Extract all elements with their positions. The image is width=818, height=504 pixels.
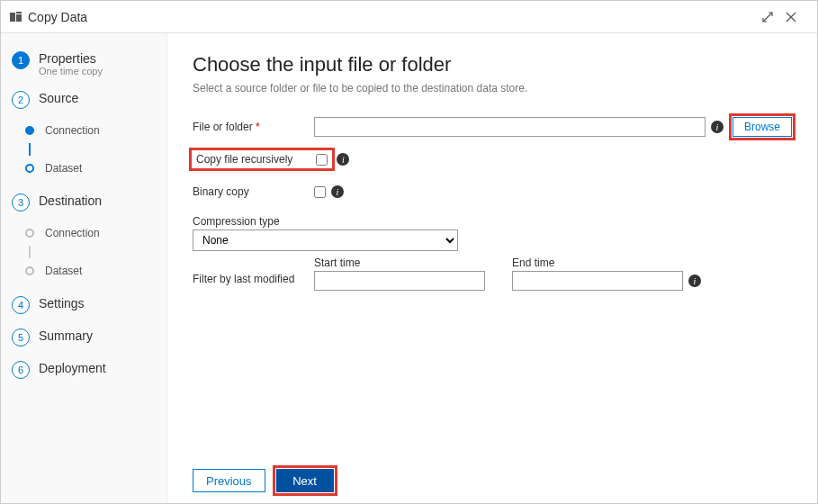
compression-type-select[interactable]: None	[193, 230, 458, 251]
substep-destination-dataset[interactable]: Dataset	[21, 258, 157, 284]
step-number: 3	[12, 194, 30, 212]
source-substeps: Connection Dataset	[21, 118, 157, 181]
page-subtitle: Select a source folder or file to be cop…	[193, 82, 792, 94]
wizard-footer: Previous Next	[193, 458, 792, 492]
destination-substeps: Connection Dataset	[21, 220, 157, 284]
binary-copy-label: Binary copy	[193, 185, 314, 198]
substep-dot-icon	[25, 266, 34, 275]
step-number: 1	[12, 51, 30, 69]
substep-connector	[29, 246, 31, 258]
required-marker: *	[256, 121, 260, 133]
step-destination[interactable]: 3 Destination	[12, 194, 157, 212]
step-source[interactable]: 2 Source	[12, 91, 157, 109]
file-or-folder-row: File or folder * i Browse	[193, 114, 792, 140]
step-properties[interactable]: 1 Properties One time copy	[12, 51, 157, 76]
filter-modified-label: Filter by last modified	[193, 273, 314, 285]
app-icon	[10, 12, 22, 22]
end-time-label: End time	[512, 256, 701, 269]
step-label: Destination	[39, 194, 102, 208]
previous-button[interactable]: Previous	[193, 469, 265, 492]
step-label: Source	[39, 91, 78, 105]
copy-recursively-row: Copy file recursively i	[193, 147, 792, 172]
compression-type-label: Compression type	[193, 215, 792, 228]
step-deployment[interactable]: 6 Deployment	[12, 361, 157, 379]
substep-source-dataset[interactable]: Dataset	[21, 156, 157, 181]
substep-label: Dataset	[45, 265, 82, 277]
info-icon[interactable]: i	[331, 185, 344, 198]
step-number: 6	[12, 361, 30, 379]
binary-copy-checkbox[interactable]	[314, 186, 326, 198]
file-or-folder-label: File or folder *	[193, 121, 314, 133]
expand-icon[interactable]	[761, 11, 785, 23]
substep-source-connection[interactable]: Connection	[21, 118, 157, 143]
svg-rect-0	[10, 13, 15, 22]
copy-recursively-group: Copy file recursively	[193, 151, 331, 167]
next-button[interactable]: Next	[276, 469, 334, 492]
copy-recursively-label: Copy file recursively	[196, 153, 292, 166]
file-or-folder-input[interactable]	[314, 117, 706, 137]
window-title: Copy Data	[28, 10, 87, 24]
step-sublabel: One time copy	[39, 66, 103, 76]
binary-copy-row: Binary copy i	[193, 179, 792, 204]
close-icon[interactable]	[785, 11, 808, 23]
info-icon[interactable]: i	[711, 121, 724, 133]
step-label: Deployment	[39, 361, 106, 375]
step-settings[interactable]: 4 Settings	[12, 296, 157, 314]
filter-modified-row: Filter by last modified	[193, 273, 792, 285]
wizard-sidebar: 1 Properties One time copy 2 Source Conn…	[1, 33, 167, 503]
info-icon[interactable]: i	[337, 153, 349, 166]
substep-label: Connection	[45, 124, 100, 137]
compression-type-group: Compression type None	[193, 215, 792, 251]
step-label: Settings	[39, 296, 85, 310]
titlebar: Copy Data	[1, 1, 817, 33]
step-number: 5	[12, 328, 30, 346]
step-label: Summary	[39, 328, 93, 343]
step-number: 4	[12, 296, 30, 314]
substep-dot-icon	[25, 164, 34, 173]
step-number: 2	[12, 91, 30, 109]
substep-label: Connection	[45, 227, 100, 239]
substep-destination-connection[interactable]: Connection	[21, 220, 157, 246]
substep-label: Dataset	[45, 162, 82, 175]
start-time-label: Start time	[314, 256, 485, 269]
svg-rect-1	[16, 14, 22, 22]
svg-rect-2	[16, 12, 22, 14]
step-label: Properties	[39, 51, 103, 66]
substep-dot-icon	[25, 126, 34, 135]
copy-recursively-checkbox[interactable]	[316, 154, 328, 166]
browse-button[interactable]: Browse	[733, 117, 792, 137]
substep-dot-icon	[25, 229, 34, 238]
step-summary[interactable]: 5 Summary	[12, 328, 157, 346]
main-panel: Choose the input file or folder Select a…	[167, 33, 817, 503]
page-heading: Choose the input file or folder	[193, 53, 792, 76]
substep-connector	[29, 143, 31, 156]
